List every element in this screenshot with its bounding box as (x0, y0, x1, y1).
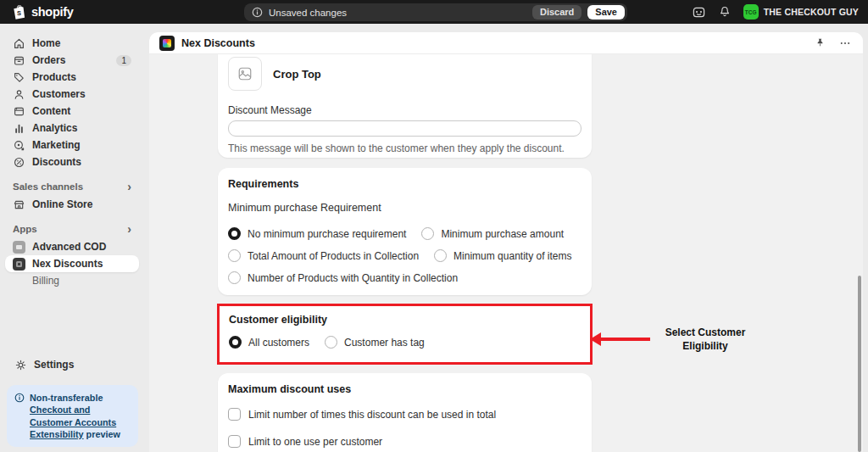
limit-per-customer-option[interactable]: Limit to one use per customer (228, 435, 581, 448)
discounts-icon (13, 156, 25, 169)
main-area: Nex Discounts Crop T (144, 24, 868, 452)
app-header: Nex Discounts (149, 32, 863, 54)
sidebar-item-home[interactable]: Home (5, 35, 139, 52)
discount-message-input[interactable] (228, 120, 581, 137)
store-menu[interactable]: TCG THE CHECKOUT GUY (743, 4, 859, 20)
store-avatar: TCG (743, 4, 759, 20)
sidebar-item-settings[interactable]: Settings (7, 356, 138, 373)
discount-message-helper: This message will be shown to the custom… (228, 142, 581, 154)
extensibility-info-box: Non-transferable Checkout and Customer A… (7, 385, 138, 447)
shopify-logo[interactable]: S shopify (11, 0, 73, 24)
gear-icon (14, 359, 27, 371)
products-icon (13, 71, 25, 84)
sidebar-item-online-store[interactable]: Online Store (5, 196, 139, 213)
marketing-icon (13, 139, 25, 152)
info-icon (252, 7, 263, 18)
sidebar-bottom: Settings Non-transferable Checkout and C… (7, 356, 138, 447)
requirements-card: Requirements Minimum purchase Requiremen… (218, 168, 592, 295)
app-surface: Nex Discounts Crop T (149, 32, 863, 452)
radio-all-customers[interactable]: All customers (229, 336, 309, 349)
advanced-cod-app-icon (13, 241, 25, 254)
sidebar-item-discounts[interactable]: Discounts (5, 153, 139, 170)
apps-section: Apps › (5, 221, 139, 237)
sidebar-item-marketing[interactable]: Marketing (5, 137, 139, 153)
topbar: S shopify Unsaved changes Discard Save (0, 0, 868, 24)
arrow-line (601, 338, 650, 341)
chevron-right-icon[interactable]: › (127, 223, 131, 235)
vertical-scrollbar[interactable] (858, 276, 861, 452)
info-icon (14, 393, 25, 440)
max-uses-title: Maximum discount uses (228, 383, 581, 395)
checkbox-icon[interactable] (228, 408, 241, 421)
requirements-title: Requirements (228, 178, 581, 190)
radio-icon[interactable] (228, 249, 241, 262)
requirements-option-row: Total Amount of Products in Collection M… (228, 249, 581, 262)
home-icon (13, 37, 25, 50)
eligibility-title: Customer eligibility (229, 314, 581, 326)
product-thumbnail (228, 57, 262, 91)
radio-selected-icon[interactable] (228, 227, 241, 240)
customers-icon (13, 88, 25, 101)
chevron-right-icon[interactable]: › (127, 181, 131, 193)
nex-discounts-app-icon (159, 36, 175, 51)
sidebar-item-advanced-cod[interactable]: Advanced COD (5, 238, 139, 255)
radio-icon[interactable] (421, 227, 434, 240)
save-button[interactable]: Save (587, 5, 625, 20)
unsaved-changes-bar: Unsaved changes Discard Save (244, 3, 627, 21)
discard-button[interactable]: Discard (532, 5, 581, 20)
radio-minimum-amount[interactable]: Minimum purchase amount (421, 227, 564, 240)
sidebar-item-orders[interactable]: Orders 1 (5, 52, 139, 69)
shopify-wordmark: shopify (31, 5, 73, 19)
annotation-text: Select Customer Eligibility (663, 326, 748, 353)
page-content: Crop Top Discount Message This message w… (218, 54, 592, 452)
info-box-text: Non-transferable Checkout and Customer A… (30, 392, 131, 440)
more-dots-icon[interactable] (839, 37, 851, 49)
requirements-subtitle: Minimum purchase Requirement (228, 202, 581, 214)
shopify-bag-icon: S (11, 3, 28, 20)
limit-total-uses-option[interactable]: Limit number of times this discount can … (228, 408, 581, 421)
discount-message-label: Discount Message (228, 104, 581, 116)
sidebar-item-nex-discounts[interactable]: Nex Discounts (5, 255, 139, 272)
pin-icon[interactable] (815, 37, 826, 48)
sidebar-item-customers[interactable]: Customers (5, 86, 139, 103)
requirements-option-row: No minimum purchase requirement Minimum … (228, 227, 581, 240)
sidebar-item-analytics[interactable]: Analytics (5, 120, 139, 137)
product-row: Crop Top (228, 57, 581, 91)
radio-icon[interactable] (325, 336, 337, 349)
radio-selected-icon[interactable] (229, 336, 242, 349)
store-name: THE CHECKOUT GUY (764, 7, 859, 17)
product-card: Crop Top Discount Message This message w… (218, 54, 592, 158)
radio-no-minimum[interactable]: No minimum purchase requirement (228, 227, 406, 240)
eligibility-highlight-box: Customer eligibility All customers Custo… (217, 304, 593, 365)
radio-minimum-quantity[interactable]: Minimum quantity of items (434, 249, 571, 262)
storefront-icon (13, 198, 25, 211)
app-header-actions (815, 37, 853, 49)
bell-icon[interactable] (718, 5, 732, 19)
sidebar-item-billing[interactable]: Billing (5, 272, 139, 289)
radio-number-products-quantity[interactable]: Number of Products with Quantity in Coll… (228, 271, 458, 284)
sidebar-item-content[interactable]: Content (5, 103, 139, 120)
checkbox-icon[interactable] (228, 435, 241, 448)
content-icon (13, 105, 25, 118)
product-name: Crop Top (273, 68, 321, 81)
unsaved-changes-label: Unsaved changes (269, 8, 347, 18)
image-placeholder-icon (237, 66, 253, 81)
sidebar: Home Orders 1 Products Customers Content… (0, 24, 144, 452)
topbar-right: TCG THE CHECKOUT GUY (692, 0, 859, 24)
inbox-icon[interactable] (692, 5, 706, 20)
radio-icon[interactable] (434, 249, 447, 262)
sales-channels-section: Sales channels › (5, 179, 139, 194)
radio-total-amount-collection[interactable]: Total Amount of Products in Collection (228, 249, 419, 262)
nex-discounts-app-icon (13, 258, 25, 271)
sidebar-item-products[interactable]: Products (5, 69, 139, 86)
app-title: Nex Discounts (181, 37, 255, 49)
orders-icon (13, 54, 25, 67)
radio-icon[interactable] (228, 271, 241, 284)
arrow-left-icon (590, 332, 601, 346)
annotation: Select Customer Eligibility (590, 326, 748, 353)
radio-customer-has-tag[interactable]: Customer has tag (325, 336, 425, 349)
orders-count-badge: 1 (116, 55, 131, 66)
requirements-option-row: Number of Products with Quantity in Coll… (228, 271, 581, 284)
svg-text:S: S (17, 9, 21, 17)
eligibility-option-row: All customers Customer has tag (229, 336, 581, 349)
